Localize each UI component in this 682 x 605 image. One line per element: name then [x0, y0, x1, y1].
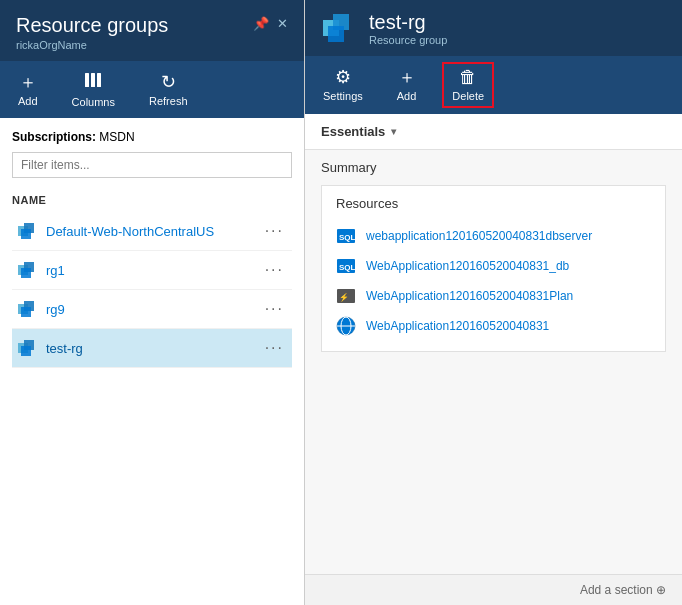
panel-subtitle: rickaOrgName	[16, 39, 253, 51]
right-add-icon: ＋	[398, 68, 416, 86]
essentials-label: Essentials	[321, 124, 385, 139]
resources-title: Resources	[336, 196, 651, 211]
web-app-icon	[336, 316, 356, 336]
summary-title: Summary	[321, 160, 666, 175]
resource-name: WebApplication120160520040831_db	[366, 259, 569, 273]
left-header: Resource groups rickaOrgName 📌 ✕	[0, 0, 304, 61]
pin-icon[interactable]: 📌	[253, 16, 269, 31]
add-button[interactable]: ＋ Add	[10, 69, 46, 111]
panel-title: Resource groups	[16, 14, 253, 37]
item-name: rg9	[46, 302, 261, 317]
resource-name: WebApplication120160520040831	[366, 319, 549, 333]
columns-button[interactable]: Columns	[64, 67, 123, 112]
svg-rect-2	[97, 73, 101, 87]
svg-rect-14	[21, 346, 31, 356]
list-item-selected[interactable]: test-rg ···	[12, 329, 292, 368]
right-add-button[interactable]: ＋ Add	[389, 64, 425, 106]
svg-rect-17	[328, 26, 344, 42]
resource-name: webapplication120160520040831dbserver	[366, 229, 592, 243]
chevron-down-icon: ▾	[391, 126, 396, 137]
resource-group-icon	[16, 298, 38, 320]
delete-icon: 🗑	[459, 68, 477, 86]
item-name: Default-Web-NorthCentralUS	[46, 224, 261, 239]
list-item[interactable]: rg1 ···	[12, 251, 292, 290]
resource-item[interactable]: SQL webapplication120160520040831dbserve…	[336, 221, 651, 251]
right-toolbar: ⚙ Settings ＋ Add 🗑 Delete	[305, 56, 682, 114]
item-name: test-rg	[46, 341, 261, 356]
left-toolbar: ＋ Add Columns ↻ Refresh	[0, 61, 304, 118]
svg-rect-0	[85, 73, 89, 87]
resource-item[interactable]: SQL WebApplication120160520040831_db	[336, 251, 651, 281]
right-content: Essentials ▾ Summary Resources SQL webap…	[305, 114, 682, 574]
svg-rect-11	[21, 307, 31, 317]
close-icon[interactable]: ✕	[277, 16, 288, 31]
right-panel: test-rg Resource group ⚙ Settings ＋ Add …	[305, 0, 682, 605]
subscription-label: Subscriptions: MSDN	[12, 130, 292, 144]
svg-rect-1	[91, 73, 95, 87]
resource-group-icon	[16, 259, 38, 281]
right-resource-subtitle: Resource group	[369, 34, 666, 46]
summary-section: Summary Resources SQL webapplication1201…	[305, 150, 682, 362]
resource-group-large-icon	[321, 10, 357, 46]
left-panel: Resource groups rickaOrgName 📌 ✕ ＋ Add C…	[0, 0, 305, 605]
svg-text:SQL: SQL	[339, 233, 356, 242]
resources-box: Resources SQL webapplication120160520040…	[321, 185, 666, 352]
list-item[interactable]: rg9 ···	[12, 290, 292, 329]
svg-rect-5	[21, 229, 31, 239]
right-header: test-rg Resource group	[305, 0, 682, 56]
item-menu-dots[interactable]: ···	[261, 304, 288, 314]
add-icon: ＋	[19, 73, 37, 91]
refresh-icon: ↻	[161, 73, 176, 91]
settings-button[interactable]: ⚙ Settings	[315, 64, 371, 106]
settings-icon: ⚙	[335, 68, 351, 86]
refresh-button[interactable]: ↻ Refresh	[141, 69, 196, 111]
list-item[interactable]: Default-Web-NorthCentralUS ···	[12, 212, 292, 251]
sql-server-icon: SQL	[336, 226, 356, 246]
add-section-bar[interactable]: Add a section ⊕	[305, 574, 682, 605]
resource-item[interactable]: ⚡ WebApplication120160520040831Plan	[336, 281, 651, 311]
delete-button[interactable]: 🗑 Delete	[442, 62, 494, 108]
item-menu-dots[interactable]: ···	[261, 226, 288, 236]
resource-group-icon	[16, 337, 38, 359]
filter-input[interactable]	[12, 152, 292, 178]
svg-text:SQL: SQL	[339, 263, 356, 272]
app-plan-icon: ⚡	[336, 286, 356, 306]
columns-icon	[84, 71, 102, 92]
resource-group-icon	[16, 220, 38, 242]
resource-item[interactable]: WebApplication120160520040831	[336, 311, 651, 341]
item-menu-dots[interactable]: ···	[261, 265, 288, 275]
svg-text:⚡: ⚡	[339, 292, 349, 302]
item-name: rg1	[46, 263, 261, 278]
essentials-bar[interactable]: Essentials ▾	[305, 114, 682, 150]
svg-rect-8	[21, 268, 31, 278]
right-header-info: test-rg Resource group	[369, 11, 666, 46]
left-content: Subscriptions: MSDN NAME Default-Web-Nor…	[0, 118, 304, 605]
resource-name: WebApplication120160520040831Plan	[366, 289, 573, 303]
item-menu-dots[interactable]: ···	[261, 343, 288, 353]
right-resource-title: test-rg	[369, 11, 666, 34]
sql-db-icon: SQL	[336, 256, 356, 276]
column-header-name: NAME	[12, 190, 292, 212]
